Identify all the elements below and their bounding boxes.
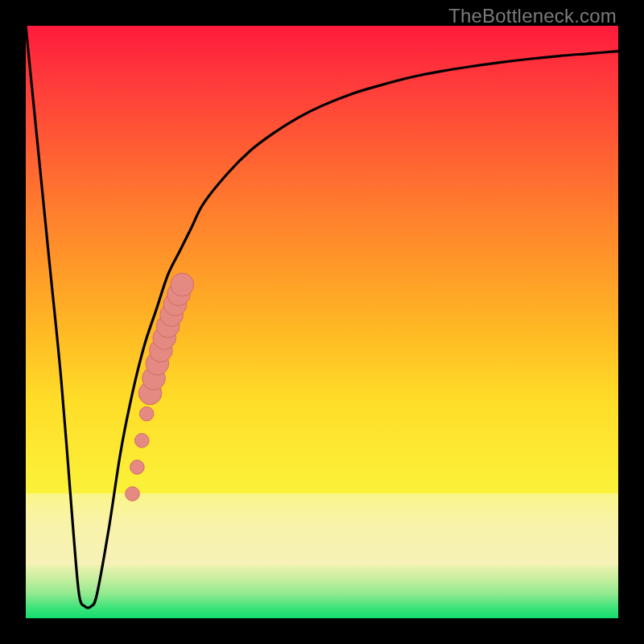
data-point (171, 273, 194, 296)
chart-frame: TheBottleneck.com (0, 0, 644, 644)
watermark-text: TheBottleneck.com (448, 5, 617, 27)
data-point (130, 460, 145, 474)
plot-area (26, 26, 618, 618)
data-point (126, 487, 140, 502)
data-points (26, 26, 618, 618)
data-point (139, 407, 154, 421)
data-point (134, 433, 149, 448)
